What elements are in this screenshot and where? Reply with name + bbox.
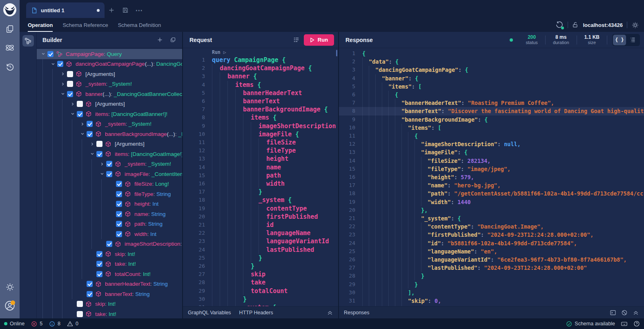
builder-tree-row-system[interactable]: _system: _System! [37, 119, 182, 129]
response-viewer[interactable]: 1{2"data": {3"dancingGoatCampaignPage": … [339, 48, 644, 306]
builder-tree-row-filetype[interactable]: fileType: String [37, 189, 182, 199]
clear-slash-circle-icon[interactable] [621, 309, 628, 316]
builder-tree-row-width[interactable]: width: Int [37, 229, 182, 239]
checkbox[interactable] [87, 281, 93, 287]
builder-tree-row-arguments[interactable]: [Arguments] [37, 99, 182, 109]
builder-tree-row-items[interactable]: items: [DancingGoatBanner!]! [37, 109, 182, 119]
builder-tree-row-take[interactable]: take: Int! [37, 309, 182, 318]
builder-tree-row-items[interactable]: items: [DancingGoatImage!]! [37, 149, 182, 159]
builder-tree-row-height[interactable]: height: Int [37, 199, 182, 209]
chevron-down-icon[interactable] [79, 132, 86, 136]
builder-tree-row-take[interactable]: take: Int! [37, 259, 182, 269]
tab-schema-reference[interactable]: Schema Reference [62, 18, 108, 32]
document-tab[interactable]: untitled 1 [26, 2, 105, 18]
goat-logo[interactable] [0, 0, 20, 20]
schema-atom-icon[interactable] [0, 38, 20, 57]
builder-tree-row-path[interactable]: path: String [37, 219, 182, 229]
checkbox[interactable] [96, 141, 103, 147]
connection-settings-gear-icon[interactable] [631, 21, 639, 29]
checkbox[interactable] [77, 101, 83, 107]
tab-operation[interactable]: Operation [28, 18, 53, 32]
more-ellipsis-icon[interactable]: ⋯ [132, 2, 146, 18]
builder-tree-row-arguments[interactable]: [Arguments] [37, 139, 182, 149]
json-view-braces-icon[interactable]: { } [613, 35, 626, 45]
new-tab-plus-icon[interactable] [105, 2, 118, 18]
checkbox[interactable] [96, 151, 103, 157]
console-icon[interactable] [610, 309, 616, 316]
checkbox[interactable] [77, 111, 83, 117]
checkbox[interactable] [116, 221, 122, 227]
checkbox[interactable] [67, 91, 73, 97]
account-icon[interactable] [0, 296, 20, 315]
keyboard-shortcuts-icon[interactable] [621, 320, 628, 327]
chevron-right-icon[interactable] [60, 72, 66, 76]
checkbox[interactable] [116, 231, 122, 237]
info-count[interactable]: 8 [49, 321, 60, 327]
chevron-right-icon[interactable] [69, 102, 76, 106]
checkbox[interactable] [47, 51, 53, 57]
builder-tree-row-imageshortdescription[interactable]: imageShortDescription: String [37, 239, 182, 249]
builder-add-icon[interactable] [154, 35, 165, 45]
builder-tree-row-bannerbackgroundimage[interactable]: bannerBackgroundImage(...): _Dan... [37, 129, 182, 139]
builder-tree-row-skip[interactable]: skip: Int! [37, 249, 182, 259]
endpoint-host[interactable]: localhost:43426 [583, 22, 623, 28]
chevron-down-icon[interactable] [40, 52, 47, 56]
checkbox[interactable] [87, 291, 93, 297]
checkbox[interactable] [106, 161, 112, 167]
builder-tree-row-bannerheadertext[interactable]: bannerHeaderText: String [37, 279, 182, 289]
warning-count[interactable]: 0 [67, 321, 78, 327]
help-question-icon[interactable] [633, 320, 640, 327]
builder-tree[interactable]: CampaignPage: QuerydancingGoatCampaignPa… [37, 48, 182, 318]
checkbox[interactable] [57, 61, 63, 67]
checkbox[interactable] [116, 211, 122, 217]
chevron-down-icon[interactable] [69, 112, 76, 116]
chevron-right-icon[interactable] [89, 142, 96, 146]
builder-tool-icon[interactable] [22, 35, 34, 47]
tree-view-list-icon[interactable] [626, 35, 639, 45]
checkbox[interactable] [96, 271, 103, 277]
builder-tree-row-campaignpage[interactable]: CampaignPage: Query [37, 49, 182, 59]
unlocked-icon[interactable] [572, 22, 579, 28]
checkbox[interactable] [87, 121, 93, 127]
checkbox[interactable] [67, 71, 73, 77]
chevron-down-icon[interactable] [60, 92, 66, 96]
schema-available[interactable]: Schema available [566, 321, 615, 327]
builder-tree-row-system[interactable]: _system: _System! [37, 79, 182, 89]
settings-gear-icon[interactable] [0, 278, 20, 296]
error-count[interactable]: 5 [31, 321, 42, 327]
history-icon[interactable] [0, 57, 20, 76]
chevron-right-icon[interactable] [79, 122, 86, 126]
checkbox[interactable] [77, 301, 83, 307]
graphql-variables-tab[interactable]: GraphQL Variables [188, 310, 231, 316]
builder-tree-row-bannertext[interactable]: bannerText: String [37, 289, 182, 299]
run-button[interactable]: Run [304, 34, 334, 46]
chevron-right-icon[interactable] [99, 162, 105, 166]
tab-schema-definition[interactable]: Schema Definition [118, 18, 161, 32]
checkbox[interactable] [106, 171, 112, 177]
checkbox[interactable] [87, 131, 93, 137]
run-code-lens[interactable]: Run ▷ [212, 49, 338, 55]
builder-tree-row-filesize[interactable]: fileSize: Long! [37, 179, 182, 189]
builder-tree-row-dancinggoatcampaignpage[interactable]: dancingGoatCampaignPage(...): DancingGo.… [37, 59, 182, 69]
builder-tree-row-arguments[interactable]: [Arguments] [37, 69, 182, 79]
documents-icon[interactable] [0, 20, 20, 38]
expand-double-chevron-up-icon[interactable] [327, 309, 333, 316]
builder-tree-row-skip[interactable]: skip: Int! [37, 299, 182, 309]
checkbox[interactable] [67, 81, 73, 87]
chevron-down-icon[interactable] [50, 62, 56, 66]
refresh-schema-icon[interactable] [555, 21, 564, 29]
request-editor[interactable]: Run ▷1query CampaignPage {2dancingGoatCa… [183, 48, 338, 306]
checkbox[interactable] [96, 261, 103, 267]
checkbox[interactable] [106, 241, 112, 247]
format-list-icon[interactable] [291, 35, 301, 45]
builder-tree-row-name[interactable]: name: String [37, 209, 182, 219]
request-scrollbar[interactable] [336, 50, 337, 56]
http-headers-tab[interactable]: HTTP Headers [239, 310, 273, 316]
builder-tree-row-totalcount[interactable]: totalCount: Int! [37, 269, 182, 279]
chevron-down-icon[interactable] [89, 152, 96, 156]
save-floppy-icon[interactable] [118, 2, 132, 18]
builder-tree-row-imagefile[interactable]: imageFile: _ContentItemAsset [37, 169, 182, 179]
responses-tab[interactable]: Responses [344, 310, 370, 316]
chevron-down-icon[interactable] [99, 172, 105, 176]
chevron-right-icon[interactable] [60, 82, 66, 86]
